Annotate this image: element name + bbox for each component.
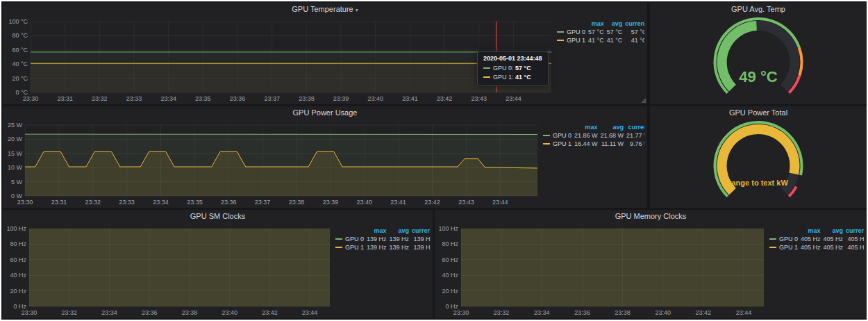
svg-text:60 Hz: 60 Hz [442,256,458,263]
svg-text:23:36: 23:36 [230,95,246,102]
legend-col-avg[interactable]: avg [599,123,626,131]
panel-title-gpu-avg-temp[interactable]: GPU Avg. Temp [650,3,867,16]
legend-value: 21.86 W [573,131,599,140]
legend-series-name[interactable]: GPU 0 [334,235,365,243]
svg-text:23:32: 23:32 [85,199,101,206]
legend-series-name[interactable]: GPU 0 [768,235,799,243]
svg-text:range to text kW: range to text kW [728,179,788,187]
gpu-memory-clocks-chart[interactable]: 23:3023:3223:3423:3623:3823:4023:4223:44… [437,223,768,317]
svg-text:23:38: 23:38 [182,309,198,316]
tooltip-row: GPU 1: 41 °C [483,73,542,82]
legend-header: maxavgcurrent [768,227,864,235]
svg-text:23:35: 23:35 [187,199,203,206]
legend-col-max[interactable]: max [799,227,822,235]
svg-text:23:43: 23:43 [471,95,487,102]
series-color-swatch [483,67,490,69]
panel-gpu-memory-clocks: GPU Memory Clocks 23:3023:3223:3423:3623… [435,210,867,318]
legend-header: maxavgcurrent [334,227,430,235]
svg-text:23:30: 23:30 [453,309,469,316]
legend-value: 405 Hz [799,235,822,243]
chart-tooltip: 2020-05-01 23:44:48 GPU 0: 57 °CGPU 1: 4… [477,51,549,86]
svg-text:23:42: 23:42 [424,199,440,206]
legend-table: maxavgcurrentGPU 021.86 W21.68 W21.77 WG… [542,123,644,148]
svg-text:60 Hz: 60 Hz [10,256,26,263]
svg-text:23:37: 23:37 [264,95,280,102]
svg-text:49 °C: 49 °C [739,68,777,85]
legend-header: maxavgcurrent [556,19,644,28]
legend-value: 405 Hz [844,235,864,243]
svg-text:23:44: 23:44 [506,95,521,102]
svg-text:23:40: 23:40 [367,95,383,102]
legend-col-max[interactable]: max [573,123,599,131]
legend-col-current[interactable]: current [624,19,644,28]
svg-text:23:36: 23:36 [574,309,590,316]
svg-text:23:36: 23:36 [142,309,158,316]
legend-series-name[interactable]: GPU 1 [542,140,573,148]
panel-gpu-power-usage: GPU Power Usage 23:3023:3123:3223:3323:3… [3,106,647,208]
svg-text:23:32: 23:32 [494,309,510,316]
gpu-power-usage-chart[interactable]: 23:3023:3123:3223:3323:3423:3523:3623:37… [6,120,542,206]
svg-text:0 Hz: 0 Hz [13,303,26,310]
panel-title-gpu-temperature[interactable]: GPU Temperature▾ [3,3,647,16]
legend-row: GPU 116.44 W11.11 W9.76 W [542,140,644,148]
legend-col-avg[interactable]: avg [822,227,845,235]
svg-text:23:33: 23:33 [119,199,135,206]
legend-series-name[interactable]: GPU 1 [334,243,365,252]
legend-value: 41 °C [624,36,644,44]
svg-text:23:44: 23:44 [492,199,508,206]
legend-col-current[interactable]: current [844,227,864,235]
svg-text:20 W: 20 W [8,135,23,142]
svg-text:80 °C: 80 °C [12,32,28,39]
svg-text:23:31: 23:31 [57,95,73,102]
panel-title-text: GPU Temperature [292,5,353,13]
legend-value: 9.76 W [625,140,644,148]
svg-text:23:36: 23:36 [221,199,237,206]
panel-title-text: GPU SM Clocks [190,212,245,220]
gpu-temperature-chart[interactable]: 23:3023:3123:3223:3323:3423:3523:3623:37… [6,16,556,103]
svg-text:23:32: 23:32 [92,95,108,102]
svg-text:0 W: 0 W [11,192,23,199]
legend-col-avg[interactable]: avg [388,227,411,235]
legend-series-name[interactable]: GPU 0 [556,28,587,36]
svg-text:23:44: 23:44 [736,309,752,316]
svg-text:23:34: 23:34 [153,199,169,206]
legend-series-name[interactable]: GPU 1 [768,243,799,252]
panel-title-text: GPU Power Total [729,108,787,117]
svg-text:23:39: 23:39 [333,95,349,102]
legend-col-max[interactable]: max [587,19,606,28]
panel-title-gpu-power-total[interactable]: GPU Power Total [650,106,867,120]
tooltip-timestamp: 2020-05-01 23:44:48 [483,55,542,62]
panel-gpu-avg-temp: GPU Avg. Temp 49 °C [650,3,867,104]
panel-title-text: GPU Power Usage [293,108,358,117]
legend-series-name[interactable]: GPU 1 [556,36,587,44]
svg-text:23:30: 23:30 [22,309,37,316]
series-color-swatch [557,31,564,33]
legend-col-avg[interactable]: avg [606,19,624,28]
series-color-swatch [769,247,776,248]
svg-text:100 Hz: 100 Hz [6,225,26,232]
panel-title-gpu-memory-clocks[interactable]: GPU Memory Clocks [435,210,867,223]
legend-value: 41 °C [587,36,606,44]
panel-resize-handle[interactable] [641,98,646,103]
legend-col-max[interactable]: max [365,227,388,235]
legend-value: 405 Hz [822,243,845,252]
svg-text:23:35: 23:35 [195,95,211,102]
legend-series-name[interactable]: GPU 0 [542,131,573,140]
legend-value: 139 Hz [365,243,388,252]
panel-title-gpu-power-usage[interactable]: GPU Power Usage [3,106,647,120]
legend-value: 139 Hz [410,243,430,252]
svg-text:60 °C: 60 °C [12,47,28,54]
legend-value: 41 °C [606,36,624,44]
svg-text:23:31: 23:31 [51,199,67,206]
svg-text:25 W: 25 W [8,122,23,129]
svg-text:23:38: 23:38 [299,95,315,102]
legend-col-current[interactable]: current [625,123,644,131]
svg-text:23:34: 23:34 [534,309,550,316]
legend-col-current[interactable]: current [410,227,430,235]
gpu-sm-clocks-chart[interactable]: 23:3023:3223:3423:3623:3823:4023:4223:44… [6,223,334,317]
legend-row: GPU 057 °C57 °C57 °C [556,28,644,36]
svg-text:0 Hz: 0 Hz [445,303,458,310]
legend-row: GPU 1139 Hz139 Hz139 Hz [334,243,430,252]
series-color-swatch [543,135,550,136]
panel-title-gpu-sm-clocks[interactable]: GPU SM Clocks [3,210,433,223]
